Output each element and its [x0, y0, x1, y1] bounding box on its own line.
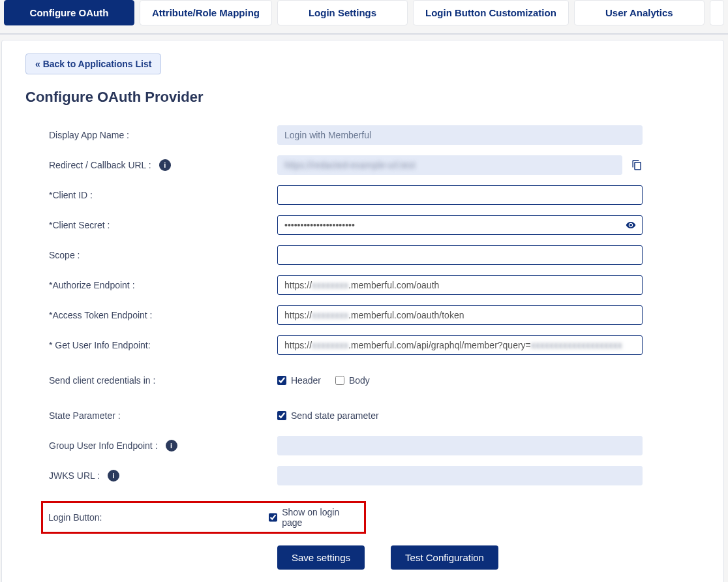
checkbox-header[interactable]: Header: [277, 375, 321, 386]
label-authorize-endpoint: *Authorize Endpoint :: [49, 280, 277, 290]
label-access-token-endpoint: *Access Token Endpoint :: [49, 310, 277, 320]
authorize-endpoint-input[interactable]: https://xxxxxxxx.memberful.com/oauth: [277, 275, 643, 295]
tabs-bar: Configure OAuth Attribute/Role Mapping L…: [0, 0, 728, 25]
label-jwks-url: JWKS URL : i: [49, 470, 277, 482]
main-panel: « Back to Applications List Configure OA…: [1, 40, 724, 582]
redirect-url-field: https://redacted-example-url.test: [277, 155, 622, 175]
label-client-id: *Client ID :: [49, 190, 277, 200]
client-id-input[interactable]: [277, 185, 643, 205]
checkbox-send-state-input[interactable]: [277, 411, 286, 420]
label-display-app-name: Display App Name :: [49, 130, 277, 140]
info-icon[interactable]: i: [108, 470, 119, 482]
access-token-endpoint-input[interactable]: https://xxxxxxxx.memberful.com/oauth/tok…: [277, 305, 643, 325]
tab-login-button-customization[interactable]: Login Button Customization: [413, 0, 569, 25]
info-icon[interactable]: i: [166, 440, 177, 452]
checkbox-show-on-login-input[interactable]: [269, 513, 277, 522]
display-app-name-field: Login with Memberful: [277, 125, 643, 145]
divider: [0, 33, 728, 35]
get-user-info-endpoint-input[interactable]: https://xxxxxxxx.memberful.com/api/graph…: [277, 335, 643, 355]
tab-overflow[interactable]: [710, 0, 724, 25]
tab-login-settings[interactable]: Login Settings: [277, 0, 408, 25]
label-login-button: Login Button:: [48, 512, 269, 523]
page-title: Configure OAuth Provider: [25, 89, 700, 106]
checkbox-header-input[interactable]: [277, 376, 286, 385]
label-redirect-url: Redirect / Callback URL : i: [49, 159, 277, 171]
checkbox-body-input[interactable]: [335, 376, 344, 385]
info-icon[interactable]: i: [159, 159, 171, 171]
label-state-parameter: State Parameter :: [49, 410, 277, 421]
tab-attribute-role-mapping[interactable]: Attribute/Role Mapping: [140, 0, 272, 25]
back-to-applications-button[interactable]: « Back to Applications List: [25, 54, 161, 74]
copy-icon[interactable]: [631, 159, 643, 171]
label-scope: Scope :: [49, 250, 277, 260]
save-settings-button[interactable]: Save settings: [277, 545, 365, 570]
scope-input[interactable]: [277, 245, 643, 265]
label-get-user-info-endpoint: * Get User Info Endpoint:: [49, 340, 277, 350]
login-button-highlight: Login Button: Show on login page: [41, 501, 366, 534]
tab-configure-oauth[interactable]: Configure OAuth: [4, 0, 134, 25]
eye-icon[interactable]: [626, 220, 636, 230]
test-configuration-button[interactable]: Test Configuration: [391, 545, 498, 570]
label-group-user-info-endpoint: Group User Info Endpoint : i: [49, 440, 277, 452]
checkbox-show-on-login[interactable]: Show on login page: [269, 507, 359, 528]
client-secret-input[interactable]: [277, 215, 643, 235]
form: Display App Name : Login with Memberful …: [25, 125, 700, 570]
label-send-client-credentials: Send client credentials in :: [49, 375, 277, 386]
group-user-info-field[interactable]: [277, 436, 643, 455]
tab-user-analytics[interactable]: User Analytics: [574, 0, 705, 25]
checkbox-send-state[interactable]: Send state parameter: [277, 410, 379, 421]
jwks-url-field[interactable]: [277, 466, 643, 485]
label-client-secret: *Client Secret :: [49, 220, 277, 230]
checkbox-body[interactable]: Body: [335, 375, 370, 386]
